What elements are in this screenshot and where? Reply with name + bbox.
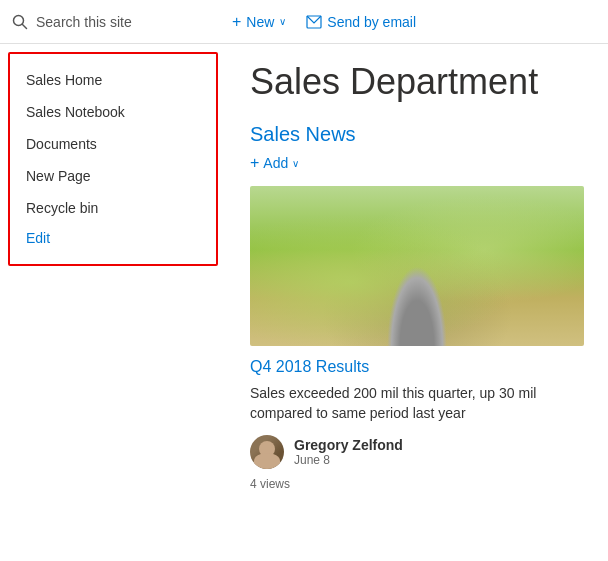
news-article-image bbox=[250, 186, 584, 346]
sidebar: Sales Home Sales Notebook Documents New … bbox=[8, 52, 218, 266]
sidebar-item-new-page[interactable]: New Page bbox=[10, 160, 216, 192]
email-icon bbox=[306, 15, 322, 29]
author-row: Gregory Zelfond June 8 bbox=[250, 435, 584, 469]
add-plus-icon: + bbox=[250, 154, 259, 172]
add-bar[interactable]: + Add ∨ bbox=[250, 154, 584, 172]
section-title: Sales News bbox=[250, 123, 584, 146]
news-image-inner bbox=[250, 186, 584, 346]
page-title: Sales Department bbox=[250, 60, 584, 103]
views-count: 4 views bbox=[250, 477, 584, 491]
sidebar-item-sales-home[interactable]: Sales Home bbox=[10, 64, 216, 96]
send-email-button[interactable]: Send by email bbox=[306, 14, 416, 30]
search-area[interactable]: Search this site bbox=[12, 14, 212, 30]
main-content: Sales Department Sales News + Add ∨ Q4 2… bbox=[226, 44, 608, 561]
top-bar-actions: + New ∨ Send by email bbox=[232, 13, 416, 31]
main-layout: Sales Home Sales Notebook Documents New … bbox=[0, 44, 608, 561]
chevron-down-icon: ∨ bbox=[279, 16, 286, 27]
author-info: Gregory Zelfond June 8 bbox=[294, 437, 403, 467]
sidebar-item-documents[interactable]: Documents bbox=[10, 128, 216, 160]
search-icon bbox=[12, 14, 28, 30]
sidebar-item-edit[interactable]: Edit bbox=[10, 224, 216, 254]
avatar bbox=[250, 435, 284, 469]
top-bar: Search this site + New ∨ Send by email bbox=[0, 0, 608, 44]
new-label: New bbox=[246, 14, 274, 30]
author-name: Gregory Zelfond bbox=[294, 437, 403, 453]
send-email-label: Send by email bbox=[327, 14, 416, 30]
svg-line-1 bbox=[23, 24, 27, 28]
article-title[interactable]: Q4 2018 Results bbox=[250, 358, 584, 376]
author-date: June 8 bbox=[294, 453, 403, 467]
sidebar-item-recycle-bin[interactable]: Recycle bin bbox=[10, 192, 216, 224]
add-chevron-icon: ∨ bbox=[292, 158, 299, 169]
search-label: Search this site bbox=[36, 14, 132, 30]
plus-icon: + bbox=[232, 13, 241, 31]
article-description: Sales exceeded 200 mil this quarter, up … bbox=[250, 384, 584, 423]
add-label: Add bbox=[263, 155, 288, 171]
sidebar-item-sales-notebook[interactable]: Sales Notebook bbox=[10, 96, 216, 128]
new-button[interactable]: + New ∨ bbox=[232, 13, 286, 31]
